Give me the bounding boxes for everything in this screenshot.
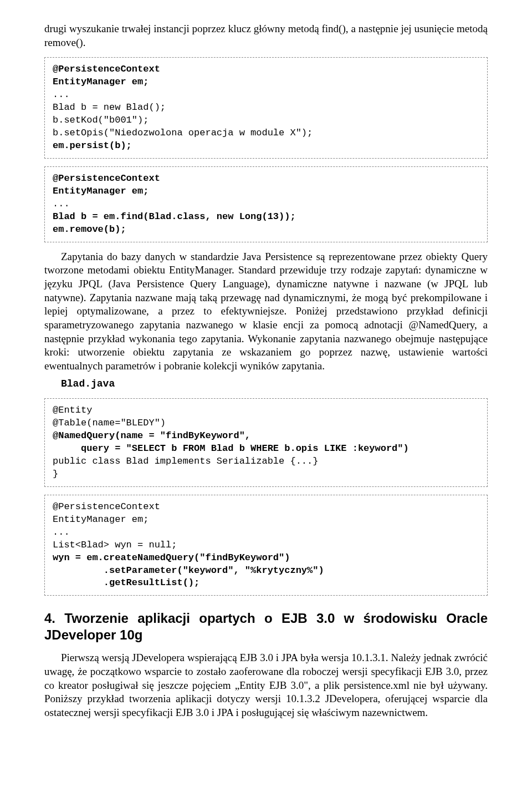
code-line: ... bbox=[53, 89, 70, 100]
code-line: @Entity bbox=[53, 405, 92, 415]
code-block-remove: @PersistenceContext EntityManager em; ..… bbox=[44, 166, 488, 242]
code-line: } bbox=[53, 469, 58, 479]
code-line: b.setKod("b001"); bbox=[53, 115, 149, 125]
section-heading: 4. Tworzenie aplikacji opartych o EJB 3.… bbox=[44, 610, 488, 643]
code-line: ... bbox=[53, 527, 70, 537]
intro-paragraph: drugi wyszukanie trwałej instancji poprz… bbox=[44, 22, 488, 49]
code-line: EntityManager em; bbox=[53, 514, 149, 525]
code-block-entity: @Entity @Table(name="BLEDY") @NamedQuery… bbox=[44, 398, 488, 487]
code-line: b.setOpis("Niedozwolona operacja w modul… bbox=[53, 128, 313, 138]
code-line: @NamedQuery(name = "findByKeyword", bbox=[53, 430, 250, 441]
code-line: .getResultList(); bbox=[53, 577, 200, 588]
code-block-persist: @PersistenceContext EntityManager em; ..… bbox=[44, 57, 488, 159]
code-line: List<Blad> wyn = null; bbox=[53, 540, 177, 550]
code-line: .setParameter("keyword", "%krytyczny%") bbox=[53, 565, 324, 576]
code-line: @Table(name="BLEDY") bbox=[53, 418, 166, 428]
body-paragraph: Zapytania do bazy danych w standardzie J… bbox=[44, 250, 488, 373]
code-line: @PersistenceContext bbox=[53, 64, 160, 74]
code-line: em.remove(b); bbox=[53, 224, 126, 235]
code-line: em.persist(b); bbox=[53, 140, 132, 151]
code-block-namedquery: @PersistenceContext EntityManager em; ..… bbox=[44, 495, 488, 596]
code-line: Blad b = new Blad(); bbox=[53, 102, 166, 113]
filename-label: Blad.java bbox=[61, 378, 488, 390]
code-line: EntityManager em; bbox=[53, 186, 149, 196]
code-line: ... bbox=[53, 199, 70, 209]
code-line: Blad b = em.find(Blad.class, new Long(13… bbox=[53, 211, 296, 222]
code-line: query = "SELECT b FROM Blad b WHERE b.op… bbox=[53, 443, 409, 454]
code-line: EntityManager em; bbox=[53, 77, 149, 87]
end-paragraph: Pierwszą wersją JDevelopera wspierającą … bbox=[44, 651, 488, 719]
code-line: wyn = em.createNamedQuery("findByKeyword… bbox=[53, 552, 290, 563]
code-line: public class Blad implements Serializabl… bbox=[53, 456, 318, 466]
code-line: @PersistenceContext bbox=[53, 501, 160, 512]
code-line: @PersistenceContext bbox=[53, 173, 160, 184]
